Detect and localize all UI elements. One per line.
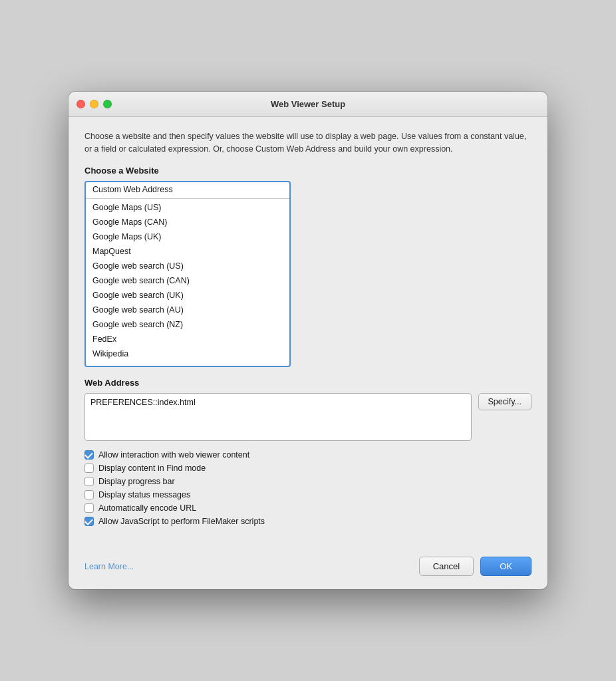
minimize-button[interactable] (90, 100, 98, 108)
checkbox-row-display_progress_bar: Display progress bar (84, 477, 532, 486)
listbox-item[interactable]: Google web search (UK) (86, 288, 289, 303)
web-address-title: Web Address (84, 378, 532, 388)
checkbox-label-allow_javascript[interactable]: Allow JavaScript to perform FileMaker sc… (98, 517, 265, 526)
choose-website-title: Choose a Website (84, 166, 532, 176)
listbox-item[interactable]: MapQuest (86, 244, 289, 259)
close-button[interactable] (77, 100, 85, 108)
traffic-lights (77, 100, 112, 108)
specify-button[interactable]: Specify... (478, 393, 532, 410)
checkbox-label-display_status_messages[interactable]: Display status messages (98, 490, 190, 499)
footer-buttons: Cancel OK (419, 557, 532, 576)
checkbox-label-allow_interaction[interactable]: Allow interaction with web viewer conten… (98, 450, 249, 460)
listbox-item[interactable]: Google web search (NZ) (86, 317, 289, 332)
maximize-button[interactable] (103, 100, 112, 108)
listbox-item[interactable]: Google Maps (CAN) (86, 215, 289, 229)
listbox-item[interactable]: Google web search (AU) (86, 303, 289, 317)
checkbox-row-display_status_messages: Display status messages (84, 490, 532, 499)
dialog-window: Web Viewer Setup Choose a website and th… (69, 92, 547, 590)
checkbox-allow_javascript[interactable] (84, 517, 94, 526)
web-address-input[interactable] (84, 393, 472, 441)
ok-button[interactable]: OK (480, 557, 532, 576)
cancel-button[interactable]: Cancel (419, 557, 474, 576)
checkbox-display_progress_bar[interactable] (84, 477, 94, 486)
checkbox-display_find_mode[interactable] (84, 464, 94, 473)
listbox-item[interactable]: Google web search (CAN) (86, 273, 289, 288)
options-section: Allow interaction with web viewer conten… (84, 450, 532, 526)
web-address-section: Web Address Specify... (84, 378, 532, 441)
footer: Learn More... Cancel OK (69, 550, 547, 589)
web-address-row: Specify... (84, 393, 532, 441)
checkbox-label-auto_encode_url[interactable]: Automatically encode URL (98, 503, 196, 513)
titlebar: Web Viewer Setup (69, 92, 547, 117)
description-text: Choose a website and then specify values… (84, 130, 532, 156)
checkbox-label-display_progress_bar[interactable]: Display progress bar (98, 477, 175, 486)
website-listbox[interactable]: Custom Web AddressGoogle Maps (US)Google… (84, 181, 291, 367)
checkbox-label-display_find_mode[interactable]: Display content in Find mode (98, 464, 206, 473)
main-content: Choose a website and then specify values… (69, 117, 547, 551)
listbox-item[interactable]: Wikipedia (86, 346, 289, 361)
listbox-item[interactable]: FedEx (86, 332, 289, 346)
listbox-item[interactable]: Google Maps (US) (86, 200, 289, 215)
listbox-item[interactable]: Google Maps (UK) (86, 229, 289, 244)
checkbox-allow_interaction[interactable] (84, 450, 94, 460)
checkbox-display_status_messages[interactable] (84, 490, 94, 499)
listbox-item[interactable]: Google web search (US) (86, 259, 289, 273)
window-title: Web Viewer Setup (271, 99, 345, 109)
checkbox-auto_encode_url[interactable] (84, 503, 94, 513)
checkbox-row-display_find_mode: Display content in Find mode (84, 464, 532, 473)
checkbox-row-allow_javascript: Allow JavaScript to perform FileMaker sc… (84, 517, 532, 526)
learn-more-link[interactable]: Learn More... (84, 562, 134, 571)
checkbox-row-auto_encode_url: Automatically encode URL (84, 503, 532, 513)
listbox-item[interactable]: Custom Web Address (86, 182, 289, 199)
checkbox-row-allow_interaction: Allow interaction with web viewer conten… (84, 450, 532, 460)
